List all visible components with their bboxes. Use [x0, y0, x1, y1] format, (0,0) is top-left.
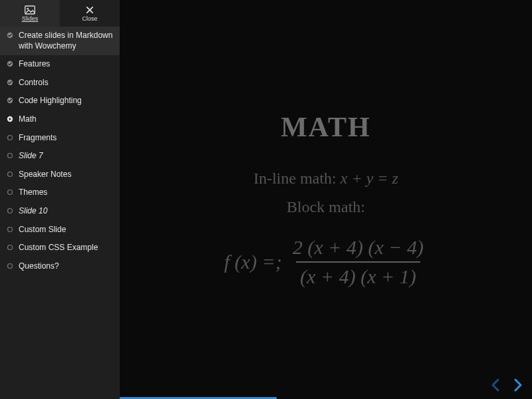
slide-list-item-label: Questions?: [19, 261, 113, 272]
slide-list-item[interactable]: Slide 7: [0, 147, 120, 166]
slide-list-item-label: Custom Slide: [19, 225, 113, 235]
image-icon: [25, 5, 35, 15]
slide-list-item[interactable]: Custom CSS Example: [0, 239, 120, 257]
slides-panel-label: Slides: [22, 15, 39, 22]
slide-list-item-label: Custom CSS Example: [19, 243, 113, 253]
check-circle-icon: [7, 61, 13, 67]
slide-title: MATH: [126, 111, 525, 143]
slide-list-item[interactable]: Features: [0, 55, 120, 74]
svg-point-16: [8, 263, 13, 268]
next-slide-button[interactable]: [512, 378, 524, 392]
slide-list-item[interactable]: Custom Slide: [0, 221, 120, 239]
svg-point-10: [8, 154, 13, 158]
slide-list-item-label: Code Highlighting: [19, 96, 113, 106]
slide-list-item[interactable]: Controls: [0, 74, 120, 92]
circle-icon: [7, 226, 13, 233]
close-icon: [84, 5, 95, 15]
block-math-label: Block math:: [126, 198, 525, 216]
slide-nav: [489, 378, 524, 392]
slide-list-item-label: Slide 7: [19, 151, 113, 162]
slide-list-item-label: Create slides in Markdown with Wowchemy: [19, 31, 113, 51]
slide-list-item[interactable]: Math: [0, 110, 120, 129]
equation-numerator: 2 (x + 4) (x − 4): [289, 236, 428, 262]
slide-list-item[interactable]: Questions?: [0, 257, 120, 276]
svg-point-14: [8, 227, 13, 231]
slide-list-item[interactable]: Code Highlighting: [0, 92, 120, 110]
circle-icon: [7, 263, 13, 269]
svg-point-15: [8, 245, 13, 250]
circle-icon: [7, 207, 13, 214]
prev-slide-button[interactable]: [489, 378, 501, 392]
slide-list-item-label: Themes: [19, 188, 113, 198]
circle-icon: [7, 171, 13, 178]
svg-point-12: [8, 190, 13, 195]
slide-list-item[interactable]: Themes: [0, 184, 120, 202]
slides-panel-button[interactable]: Slides: [0, 0, 60, 27]
inline-math-line: In-line math: x + y = z: [126, 170, 525, 188]
slide-list-item[interactable]: Fragments: [0, 129, 120, 148]
inline-math-prefix: In-line math:: [253, 170, 340, 187]
close-panel-button[interactable]: Close: [60, 0, 120, 27]
slide-list-item[interactable]: Slide 10: [0, 202, 120, 221]
equation-denominator: (x + 4) (x + 1): [296, 261, 420, 289]
check-circle-icon: [7, 32, 13, 39]
slide-content: MATH In-line math: x + y = z Block math:…: [120, 111, 532, 289]
slide-list-item-label: Fragments: [19, 133, 113, 144]
close-panel-label: Close: [82, 15, 97, 22]
slide-list-item-label: Math: [19, 114, 113, 125]
check-circle-icon: [7, 79, 13, 86]
circle-icon: [7, 244, 13, 251]
slide-list-item-label: Features: [19, 59, 113, 70]
equation-fraction: 2 (x + 4) (x − 4) (x + 4) (x + 1): [289, 236, 428, 289]
check-circle-icon: [7, 97, 13, 104]
circle-icon: [7, 152, 13, 159]
block-math-equation: f (x) =; 2 (x + 4) (x − 4) (x + 4) (x + …: [126, 236, 525, 289]
sidebar: Slides Close Create slides in Markdown w…: [0, 0, 120, 399]
slide-list-item[interactable]: Create slides in Markdown with Wowchemy: [0, 27, 120, 55]
play-circle-icon: [7, 116, 13, 122]
slide-list: Create slides in Markdown with WowchemyF…: [0, 27, 120, 399]
equation-lhs: f (x) =;: [224, 251, 282, 273]
slide-list-item-label: Slide 10: [19, 206, 113, 217]
svg-point-11: [8, 172, 13, 176]
svg-point-9: [8, 135, 13, 140]
svg-point-13: [8, 208, 13, 213]
inline-math-expression: x + y = z: [340, 170, 398, 187]
slide-stage: MATH In-line math: x + y = z Block math:…: [120, 0, 532, 399]
slide-list-item[interactable]: Speaker Notes: [0, 166, 120, 184]
sidebar-top-toolbar: Slides Close: [0, 0, 120, 27]
svg-point-1: [27, 7, 29, 9]
slide-list-item-label: Controls: [19, 78, 113, 88]
circle-icon: [7, 134, 13, 141]
circle-icon: [7, 189, 13, 196]
slide-list-item-label: Speaker Notes: [19, 170, 113, 180]
